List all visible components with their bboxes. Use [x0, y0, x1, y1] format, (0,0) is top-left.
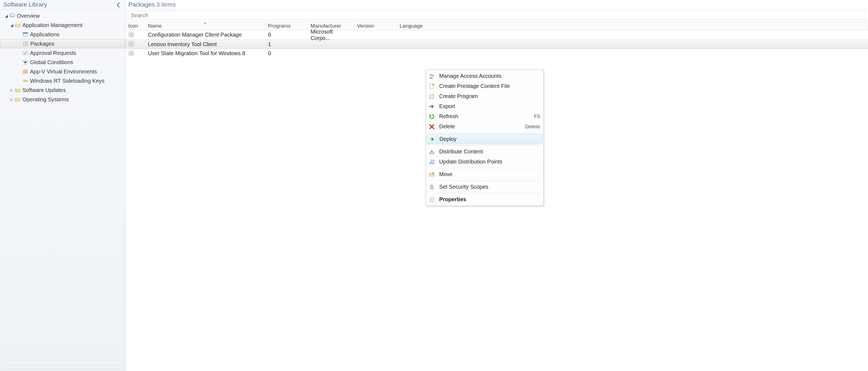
- svg-rect-32: [431, 160, 433, 161]
- column-header-programs[interactable]: Programs: [265, 22, 308, 30]
- properties-icon: [428, 196, 435, 203]
- column-header-version[interactable]: Version: [354, 22, 397, 30]
- menu-item-label: Refresh: [439, 113, 531, 120]
- menu-item-properties[interactable]: Properties: [427, 194, 542, 205]
- tree-expand-icon[interactable]: ▷: [9, 88, 14, 92]
- menu-item-label: Export: [439, 103, 540, 110]
- cell-programs: 0: [265, 30, 308, 39]
- grid-header: Icon ▲ Name Programs Manufacturer Versio…: [126, 22, 868, 30]
- svg-rect-31: [432, 162, 434, 164]
- menu-item-export[interactable]: Export: [427, 101, 542, 112]
- sidebar-title: Software Library: [3, 1, 47, 8]
- menu-item-deploy[interactable]: Deploy: [427, 134, 542, 144]
- column-header-name[interactable]: ▲ Name: [145, 22, 265, 30]
- menu-separator: [438, 145, 541, 146]
- menu-item-label: Properties: [439, 196, 540, 203]
- tree-item-label: Overview: [17, 13, 39, 19]
- menu-item-create-prestage-content-file[interactable]: Create Prestage Content File: [427, 81, 542, 91]
- tree-collapse-icon[interactable]: ◢: [9, 23, 14, 27]
- context-menu: Manage Access AccountsCreate Prestage Co…: [426, 70, 544, 206]
- menu-item-manage-access-accounts[interactable]: Manage Access Accounts: [427, 71, 542, 81]
- menu-item-label: Move: [439, 171, 540, 178]
- menu-item-label: Create Program: [439, 93, 540, 99]
- menu-item-label: Delete: [439, 123, 522, 130]
- nav-tree: ◢Overview◢Application Management·Applica…: [0, 9, 125, 364]
- column-header-icon[interactable]: Icon: [126, 22, 145, 30]
- svg-point-12: [23, 80, 25, 82]
- menu-item-label: Create Prestage Content File: [439, 83, 540, 89]
- overview-icon: [9, 13, 15, 19]
- menu-item-move[interactable]: Move: [427, 169, 542, 179]
- tree-collapse-icon[interactable]: ◢: [4, 14, 9, 18]
- menu-item-label: Deploy: [439, 136, 540, 142]
- menu-item-delete[interactable]: DeleteDelete: [427, 122, 542, 131]
- heading-title: Packages: [128, 1, 155, 8]
- tree-item-label: Applications: [30, 31, 60, 38]
- tree-item-label: Software Updates: [22, 87, 66, 93]
- search-bar: [126, 9, 868, 22]
- svg-rect-30: [430, 162, 431, 164]
- svg-rect-33: [430, 187, 433, 189]
- tree-item-applications[interactable]: ·Applications: [0, 30, 125, 39]
- menu-item-update-distribution-points[interactable]: Update Distribution Points: [427, 157, 542, 167]
- search-input[interactable]: [128, 11, 866, 20]
- svg-rect-11: [23, 71, 28, 73]
- tree-item-packages[interactable]: ·Packages: [0, 39, 125, 48]
- cell-version: [354, 40, 397, 49]
- sidebar-header: Software Library ❮: [0, 0, 125, 9]
- tree-item-label: Operating Systems: [22, 96, 69, 103]
- menu-item-set-security-scopes[interactable]: Set Security Scopes: [427, 182, 542, 192]
- cell-programs: 0: [265, 49, 308, 58]
- package-icon: [126, 49, 145, 58]
- tree-expand-icon[interactable]: ▷: [9, 97, 14, 101]
- lock-icon: [428, 183, 435, 190]
- tree-item-approval-requests[interactable]: ·Approval Requests: [0, 48, 125, 58]
- package-row[interactable]: Configuration Manager Client Package0Mic…: [126, 30, 868, 39]
- tree-item-operating-systems[interactable]: ▷Operating Systems: [0, 95, 125, 104]
- menu-item-refresh[interactable]: RefreshF5: [427, 112, 542, 122]
- package-row[interactable]: User State Migration Tool for Windows 80: [126, 49, 868, 58]
- menu-item-label: Update Distribution Points: [439, 159, 540, 165]
- tree-item-application-management[interactable]: ◢Application Management: [0, 21, 125, 30]
- refresh-icon: [428, 113, 435, 120]
- folder-icon: [15, 96, 21, 102]
- distribute-icon: [428, 148, 435, 155]
- app-icon: [22, 31, 28, 37]
- collapse-sidebar-icon[interactable]: ❮: [115, 2, 122, 8]
- tree-item-overview[interactable]: ◢Overview: [0, 11, 125, 21]
- approval-icon: [22, 50, 28, 56]
- sidebar-horizontal-scrollbar[interactable]: [3, 365, 123, 369]
- menu-separator: [438, 193, 541, 193]
- tree-item-label: Approval Requests: [30, 50, 76, 56]
- menu-item-create-program[interactable]: Create Program: [427, 91, 542, 101]
- package-row[interactable]: Lenovo Inventory Tool Client1: [126, 39, 868, 49]
- main-panel: Packages 3 items Icon ▲ Name Programs Ma…: [126, 0, 868, 371]
- tree-item-label: Application Management: [22, 22, 83, 28]
- content-heading: Packages 3 items: [126, 0, 868, 9]
- tree-item-label: Packages: [30, 41, 54, 47]
- update-points-icon: [428, 158, 435, 165]
- svg-point-24: [430, 74, 432, 76]
- svg-point-20: [131, 43, 132, 44]
- tree-item-label: Windows RT Sideloading Keys: [30, 78, 104, 84]
- column-header-language[interactable]: Language: [397, 22, 868, 30]
- tree-item-software-updates[interactable]: ▷Software Updates: [0, 86, 125, 95]
- menu-item-shortcut: Delete: [522, 124, 540, 130]
- tree-item-global-conditions[interactable]: ·Global Conditions: [0, 58, 125, 67]
- svg-point-27: [432, 84, 435, 86]
- menu-item-label: Distribute Content: [439, 149, 540, 155]
- cell-name: Lenovo Inventory Tool Client: [145, 40, 265, 49]
- tree-item-label: App-V Virtual Environments: [30, 68, 97, 75]
- cell-version: [354, 49, 397, 58]
- key-icon: [22, 78, 28, 84]
- folder-icon: [15, 22, 21, 28]
- cell-language: [397, 49, 868, 58]
- tree-item-windows-rt-sideloading-keys[interactable]: ·Windows RT Sideloading Keys: [0, 76, 125, 86]
- sort-ascending-icon: ▲: [204, 22, 207, 24]
- svg-rect-1: [11, 14, 14, 17]
- svg-rect-29: [430, 152, 434, 154]
- tree-item-app-v-virtual-environments[interactable]: ·App-V Virtual Environments: [0, 67, 125, 76]
- menu-item-distribute-content[interactable]: Distribute Content: [427, 147, 542, 157]
- svg-point-17: [131, 34, 132, 35]
- menu-item-label: Set Security Scopes: [439, 184, 540, 190]
